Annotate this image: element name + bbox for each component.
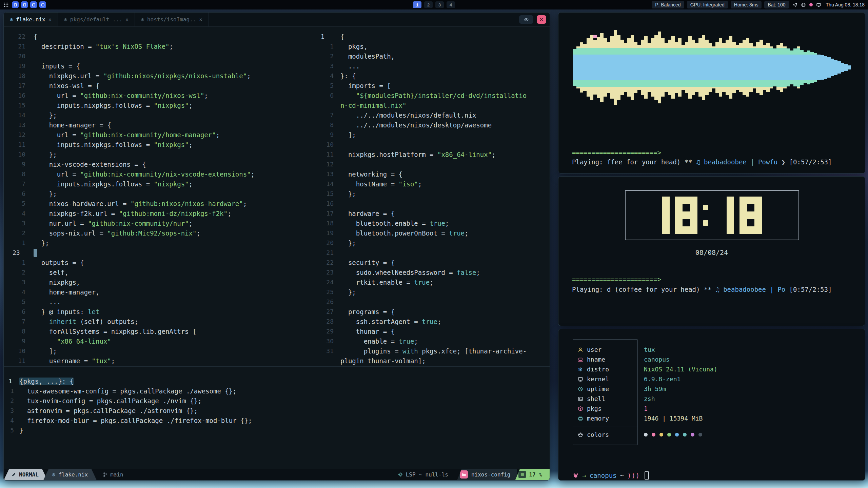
- code-line: 5 ...: [4, 297, 316, 307]
- now-playing: Playing: ffee for your head) ** ♫ beabad…: [572, 158, 832, 166]
- code-line: 15 };: [316, 189, 550, 199]
- status-badge: GPU: Integrated: [687, 1, 728, 8]
- nix-snowflake-icon: ❄: [52, 471, 56, 478]
- pinned-app-icon[interactable]: [21, 1, 28, 8]
- code-line: 17 hardware = {: [316, 208, 550, 218]
- code-line: 1 outputs = {: [4, 258, 316, 267]
- code-line: 31 plugins = with pkgs.xfce; [thunar-arc…: [316, 346, 550, 356]
- code-line: 8 ../../modules/nixos/desktop/awesome: [316, 120, 550, 130]
- workspace-tag-1[interactable]: 1: [413, 1, 421, 8]
- pencil-icon: [11, 472, 16, 477]
- top-bar: 1234 P: BalancedGPU: IntegratedHome: 8ms…: [0, 0, 868, 9]
- code-line: 18 nixpkgs.url = "github:nixos/nixpkgs/n…: [4, 71, 316, 81]
- window-close-button[interactable]: ×: [537, 15, 546, 24]
- globe-icon: [801, 2, 806, 7]
- progress-arrows-2: ======================>: [572, 276, 661, 283]
- prompt-host: canopus: [589, 472, 616, 479]
- code-line: 14 };: [4, 110, 316, 120]
- code-line: 14 hostName = "iso";: [316, 179, 550, 189]
- editor-window: ❄flake.nix×❄pkgs/default ...×❄hosts/isoI…: [3, 12, 550, 481]
- project-label: nixos-config: [471, 471, 511, 478]
- code-line: 10: [316, 140, 550, 149]
- code-line: 5}: [4, 425, 550, 435]
- statusline: NORMAL ❄ flake.nix main LSP ~ null-ls ni…: [4, 469, 550, 480]
- zen-toggle-button[interactable]: [519, 15, 533, 24]
- code-line: 2 self,: [4, 267, 316, 277]
- code-line: 12: [316, 159, 550, 169]
- fetch-colors-row: colors: [573, 430, 851, 440]
- pinned-app-icon[interactable]: [30, 1, 37, 8]
- workspace-tag-2[interactable]: 2: [424, 1, 433, 8]
- editor-tab[interactable]: ❄pkgs/default ...×: [58, 13, 135, 26]
- workspace-tag-4[interactable]: 4: [447, 1, 455, 8]
- code-line: 18 bluetooth.enable = true;: [316, 218, 550, 228]
- code-line: 2 sops-nix.url = "github:Mic92/sops-nix"…: [4, 228, 316, 238]
- palette-dots: [644, 433, 702, 436]
- progress-arrows: ======================>: [572, 149, 661, 156]
- tab-close-icon[interactable]: ×: [125, 17, 129, 23]
- memory-icon: [577, 416, 583, 421]
- prompt-critter-icon: [573, 472, 579, 479]
- code-line: 16 url = "github:nix-community/nixos-wsl…: [4, 90, 316, 100]
- tab-label: hosts/isoImag..: [147, 16, 196, 23]
- progress-label: 17 %: [529, 471, 542, 478]
- code-line: 20 };: [316, 238, 550, 248]
- code-line: 9 nix-vscode-extensions = {: [4, 159, 316, 169]
- prompt-arrow: →: [582, 472, 586, 479]
- notification-dot-icon: [809, 3, 813, 6]
- code-line: 4 home-manager,: [4, 287, 316, 297]
- status-badge: Bat: 100: [764, 1, 789, 8]
- tab-label: pkgs/default ...: [70, 16, 122, 23]
- code-line: 4 firefox-mod-blur = pkgs.callPackage ./…: [4, 415, 550, 425]
- code-line: 29 thunar = {: [316, 326, 550, 336]
- code-line: 30 enable = true;: [316, 336, 550, 346]
- terminal-prompt[interactable]: → canopus ~ ))): [573, 471, 649, 480]
- terminal-icon: [577, 396, 583, 402]
- editor-pane-flake[interactable]: 22{21 description = "tux's NixOS Flake";…: [4, 27, 316, 366]
- code-line: 15 inputs.nixpkgs.follows = "nixpkgs";: [4, 100, 316, 110]
- code-line: 21 description = "tux's NixOS Flake";: [4, 41, 316, 51]
- code-line: 1 pkgs,: [316, 41, 550, 51]
- code-line: 20: [4, 51, 316, 61]
- editor-pane-iso[interactable]: 1{1 pkgs,2 modulesPath,3 ...4}: {5 impor…: [316, 27, 550, 366]
- digital-clock: [625, 190, 799, 240]
- file-label: flake.nix: [58, 471, 88, 478]
- editor-tab[interactable]: ❄hosts/isoImag..×: [135, 13, 209, 26]
- fetch-row: hnamecanopus: [573, 354, 851, 364]
- code-line: 23 sudo.wheelNeedsPassword = false;: [316, 267, 550, 277]
- code-line: 13 networking = {: [316, 169, 550, 179]
- fetch-row: ❄distroNixOS 24.11 (Vicuna): [573, 364, 851, 374]
- code-line: 9 ];: [316, 130, 550, 140]
- scroll-progress: 17 %: [515, 469, 550, 480]
- nix-snowflake-icon: ❄: [10, 17, 13, 23]
- tab-close-icon[interactable]: ×: [199, 17, 202, 23]
- pinned-app-icon[interactable]: [39, 1, 46, 8]
- code-line: 3 ...: [316, 61, 550, 71]
- code-line: 27 programs = {: [316, 307, 550, 317]
- editor-tab[interactable]: ❄flake.nix×: [4, 13, 58, 26]
- code-line: 10 ];: [4, 346, 316, 356]
- fetch-row: memory1946 | 15394 MiB: [573, 413, 851, 423]
- clock-icon: [577, 386, 583, 392]
- editor-pane-pkgs[interactable]: 1{pkgs, ...}: {1 tux-awesome-wm-config =…: [4, 366, 550, 469]
- workspace-tags: 1234: [413, 0, 455, 9]
- user-icon: [577, 347, 583, 352]
- tab-close-icon[interactable]: ×: [48, 17, 52, 23]
- fetch-row: shellzsh: [573, 394, 851, 404]
- code-line: 13 home-manager = {: [4, 120, 316, 130]
- code-line: 24 rtkit.enable = true;: [316, 277, 550, 287]
- pinned-app-icon[interactable]: [12, 1, 19, 8]
- terminal-cursor: [645, 471, 649, 480]
- git-branch-icon: [103, 472, 108, 477]
- code-line: 6 };: [4, 189, 316, 199]
- code-line: 1{pkgs, ...}: {: [4, 376, 550, 386]
- apps-grid-icon[interactable]: [3, 2, 9, 7]
- laptop-icon: [577, 357, 583, 362]
- code-line: 8 url = "github:nix-community/nix-vscode…: [4, 169, 316, 179]
- prompt-path: ~: [620, 472, 624, 479]
- code-line: 22{: [4, 32, 316, 41]
- workspace-tag-3[interactable]: 3: [435, 1, 444, 8]
- viz-pink-pixel: [593, 35, 597, 38]
- audio-visualizer: [573, 17, 851, 118]
- fetch-row: pkgs1: [573, 404, 851, 413]
